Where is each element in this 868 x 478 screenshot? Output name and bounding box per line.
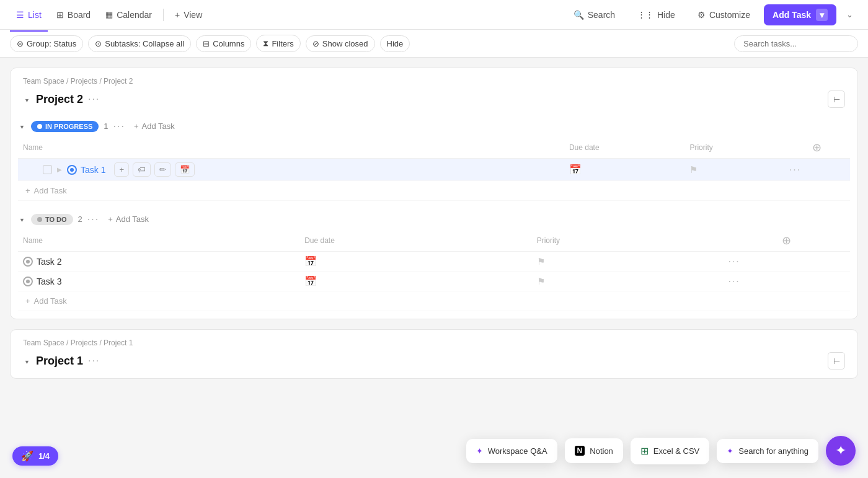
more-nav-button[interactable]: ⌄ — [841, 6, 858, 23]
col-priority-ip: Priority — [684, 137, 784, 159]
todo-add-task[interactable]: + Add Task — [104, 213, 153, 225]
task1-add-btn[interactable]: + — [114, 162, 129, 177]
sparkle-icon: ✦ — [476, 446, 483, 456]
customize-button[interactable]: ⚙ Customize — [689, 6, 759, 24]
fab-button[interactable]: ✦ — [826, 436, 856, 466]
todo-collapse[interactable] — [18, 213, 26, 225]
search-tasks-input[interactable] — [734, 35, 858, 52]
task1-actions: + 🏷 ✏ 📅 — [114, 162, 195, 177]
columns-icon: ⊟ — [203, 39, 210, 48]
task2-more-btn[interactable]: ··· — [728, 256, 740, 267]
search-anything-popup[interactable]: ✦ Search for anything — [717, 439, 818, 463]
task1-checkbox[interactable] — [43, 165, 52, 174]
plus-icon-inline: + — [25, 186, 30, 195]
list-icon: ☰ — [16, 10, 24, 20]
nav-board[interactable]: ⊞ Board — [50, 6, 97, 24]
task1-more: ··· — [784, 159, 850, 181]
project-more-2[interactable]: ··· — [88, 94, 100, 105]
task1-status-icon — [67, 165, 77, 175]
inprogress-dot — [37, 124, 42, 129]
add-column-btn-todo[interactable]: ⊕ — [782, 234, 791, 247]
task1-name: Task 1 — [81, 165, 105, 175]
todo-header: TO DO 2 ··· + Add Task — [18, 208, 850, 230]
subtasks-icon: ⊙ — [95, 39, 102, 48]
project-more-1[interactable]: ··· — [88, 355, 100, 366]
bottom-badge[interactable]: 🚀 1/4 — [12, 446, 58, 466]
excel-icon: ⊞ — [640, 445, 649, 457]
inprogress-more[interactable]: ··· — [113, 121, 125, 132]
task1-edit-btn[interactable]: ✏ — [154, 162, 171, 177]
add-task-inline-ip[interactable]: + Add Task — [23, 185, 845, 197]
filters-button[interactable]: ⧗ Filters — [256, 35, 300, 52]
breadcrumb-2: Team Space / Projects / Project 2 — [11, 68, 857, 88]
task1-expand[interactable]: ▶ — [57, 166, 62, 173]
project-collapse-1[interactable] — [23, 355, 31, 367]
task3-more-btn[interactable]: ··· — [728, 276, 740, 287]
fab-icon: ✦ — [835, 443, 846, 459]
group-icon: ⊜ — [17, 39, 24, 48]
priority-icon-2[interactable]: ⚑ — [537, 256, 545, 267]
search-button[interactable]: 🔍 Search — [565, 6, 624, 24]
add-task-cell-ip: + Add Task — [18, 181, 850, 201]
col-add-ip: ⊕ — [784, 137, 850, 159]
top-nav: ☰ List ⊞ Board ▦ Calendar + View 🔍 Searc… — [0, 0, 868, 30]
task3-status-icon — [23, 277, 33, 286]
project-card-2: Team Space / Projects / Project 2 Projec… — [10, 68, 858, 319]
task3-name-cell: Task 3 — [18, 272, 299, 291]
inprogress-add-task[interactable]: + Add Task — [130, 120, 179, 132]
due-date-icon-1[interactable]: 📅 — [569, 164, 582, 175]
col-due-ip: Due date — [564, 137, 684, 159]
due-date-icon-2[interactable]: 📅 — [304, 256, 317, 267]
add-task-button[interactable]: Add Task ▾ — [764, 4, 836, 25]
workspace-qa-popup[interactable]: ✦ Workspace Q&A — [466, 439, 557, 463]
panel-collapse-button-1[interactable]: ⊢ — [828, 352, 845, 370]
priority-icon-1[interactable]: ⚑ — [689, 164, 698, 175]
add-task-cell-todo: + Add Task — [18, 291, 850, 311]
calendar-icon: ▦ — [105, 10, 113, 19]
task1-priority: ⚑ — [684, 159, 784, 181]
col-add-todo: ⊕ — [723, 230, 850, 252]
columns-button[interactable]: ⊟ Columns — [196, 35, 251, 52]
nav-divider — [163, 9, 164, 21]
notion-icon: N — [575, 446, 585, 456]
plus-icon-todo: + — [108, 215, 113, 224]
task1-more-btn[interactable]: ··· — [789, 164, 801, 175]
popup-bar: ✦ Workspace Q&A N Notion ⊞ Excel & CSV ✦… — [466, 436, 856, 466]
subtasks-button[interactable]: ⊙ Subtasks: Collapse all — [88, 35, 191, 52]
hide-toolbar-button[interactable]: Hide — [380, 35, 410, 52]
plus-icon-todo-inline: + — [25, 296, 30, 306]
project-card-1: Team Space / Projects / Project 1 Projec… — [10, 329, 858, 379]
excel-csv-popup[interactable]: ⊞ Excel & CSV — [631, 438, 709, 464]
show-closed-button[interactable]: ⊘ Show closed — [306, 35, 375, 52]
notion-popup[interactable]: N Notion — [565, 438, 623, 463]
due-date-icon-3[interactable]: 📅 — [304, 276, 317, 286]
project-collapse-2[interactable] — [23, 94, 31, 105]
add-column-btn-ip[interactable]: ⊕ — [812, 141, 822, 154]
col-due-todo: Due date — [299, 230, 532, 252]
group-status-button[interactable]: ⊜ Group: Status — [10, 35, 83, 52]
todo-table: Name Due date Priority ⊕ Task 2 — [18, 230, 850, 311]
panel-collapse-button-2[interactable]: ⊢ — [828, 91, 845, 108]
task1-date-btn[interactable]: 📅 — [175, 162, 195, 177]
task1-tag-btn[interactable]: 🏷 — [133, 162, 151, 177]
todo-badge: TO DO — [31, 214, 73, 225]
task3-priority: ⚑ — [532, 272, 724, 291]
nav-add-view[interactable]: + View — [169, 6, 208, 24]
inprogress-header: IN PROGRESS 1 ··· + Add Task — [18, 115, 850, 137]
hide-icon: ⋮⋮ — [637, 10, 653, 19]
nav-calendar[interactable]: ▦ Calendar — [99, 6, 158, 24]
panel-collapse-icon: ⊢ — [833, 95, 840, 104]
add-task-arrow: ▾ — [816, 9, 828, 21]
col-name-todo: Name — [18, 230, 299, 252]
task3-due-date: 📅 — [299, 272, 532, 291]
project-title-2: Project 2 — [36, 93, 83, 106]
col-priority-todo: Priority — [532, 230, 724, 252]
col-name-ip: Name — [18, 137, 564, 159]
todo-more[interactable]: ··· — [87, 214, 99, 225]
inprogress-collapse[interactable] — [18, 120, 26, 132]
add-task-inline-todo[interactable]: + Add Task — [23, 295, 845, 307]
nav-list[interactable]: ☰ List — [10, 6, 48, 24]
inprogress-table: Name Due date Priority ⊕ ⋮⋮ — [18, 137, 850, 201]
hide-button[interactable]: ⋮⋮ Hide — [629, 6, 684, 24]
priority-icon-3[interactable]: ⚑ — [537, 276, 545, 286]
